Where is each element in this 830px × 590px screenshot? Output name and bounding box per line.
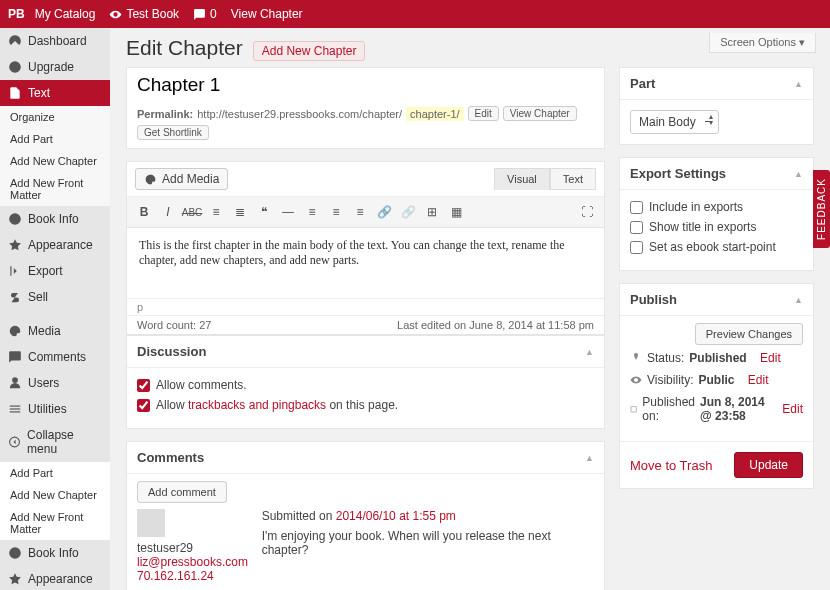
comments-title: Comments: [137, 450, 204, 465]
svg-rect-3: [10, 408, 21, 409]
show-title-checkbox[interactable]: Show title in exports: [630, 220, 803, 234]
add-media-button[interactable]: Add Media: [135, 168, 228, 190]
status-edit-link[interactable]: Edit: [760, 351, 781, 365]
sidebar-item-bookinfo2[interactable]: Book Info: [0, 540, 110, 566]
comment-email[interactable]: liz@pressbooks.com: [137, 555, 248, 569]
permalink-edit-button[interactable]: Edit: [468, 106, 499, 121]
sidebar-item-collapse[interactable]: Collapse menu: [0, 422, 110, 462]
sidebar-item-text[interactable]: Text: [0, 80, 110, 106]
permalink-slug[interactable]: chapter-1/: [406, 107, 464, 121]
comments-link[interactable]: 0: [193, 7, 217, 21]
editor: Add Media Visual Text B I ABC ≡ ≣ ❝ — ≡ …: [126, 161, 605, 335]
comment-row: testuser29 liz@pressbooks.com 70.162.161…: [137, 509, 594, 583]
sidebar-sub-organize[interactable]: Organize: [0, 106, 110, 128]
feedback-tab[interactable]: FEEDBACK: [813, 170, 830, 248]
editor-body[interactable]: This is the first chapter in the main bo…: [127, 228, 604, 298]
sidebar-item-sell[interactable]: Sell: [0, 284, 110, 310]
preview-changes-button[interactable]: Preview Changes: [695, 323, 803, 345]
comment-user: testuser29: [137, 541, 250, 555]
topbar: PB My Catalog Test Book 0 View Chapter: [0, 0, 830, 28]
screen-options-button[interactable]: Screen Options ▾: [709, 33, 816, 53]
fullscreen-icon[interactable]: ⛶: [576, 201, 598, 223]
sidebar-sub-addfront2[interactable]: Add New Front Matter: [0, 506, 110, 540]
sidebar-sub-addchapter[interactable]: Add New Chapter: [0, 150, 110, 172]
view-chapter-button[interactable]: View Chapter: [503, 106, 577, 121]
collapse-icon[interactable]: ▲: [794, 169, 803, 179]
bullet-list-icon[interactable]: ≡: [205, 201, 227, 223]
align-left-icon[interactable]: ≡: [301, 201, 323, 223]
collapse-icon[interactable]: ▲: [585, 453, 594, 463]
link-icon[interactable]: 🔗: [373, 201, 395, 223]
sidebar-item-utilities[interactable]: Utilities: [0, 396, 110, 422]
page-title: Edit Chapter: [126, 36, 243, 60]
discussion-title: Discussion: [137, 344, 206, 359]
sidebar-sub-addchapter2[interactable]: Add New Chapter: [0, 484, 110, 506]
my-catalog-link[interactable]: My Catalog: [35, 7, 96, 21]
svg-rect-7: [631, 407, 636, 412]
tab-text[interactable]: Text: [550, 168, 596, 190]
comment-body: I'm enjoying your book. When will you re…: [262, 529, 594, 557]
allow-trackbacks-checkbox[interactable]: Allow trackbacks and pingbacks on this p…: [137, 398, 594, 412]
sidebar: Dashboard Upgrade Text Organize Add Part…: [0, 28, 110, 590]
blockquote-icon[interactable]: ❝: [253, 201, 275, 223]
publish-edit-link[interactable]: Edit: [782, 402, 803, 416]
collapse-icon[interactable]: ▲: [585, 347, 594, 357]
add-new-chapter-button[interactable]: Add New Chapter: [253, 41, 366, 61]
visibility-row: Visibility: Public Edit: [630, 373, 803, 387]
sidebar-item-export[interactable]: Export: [0, 258, 110, 284]
italic-icon[interactable]: I: [157, 201, 179, 223]
sidebar-item-comments[interactable]: Comments: [0, 344, 110, 370]
align-center-icon[interactable]: ≡: [325, 201, 347, 223]
publish-title: Publish: [630, 292, 677, 307]
add-comment-button[interactable]: Add comment: [137, 481, 227, 503]
sidebar-item-appearance[interactable]: Appearance: [0, 232, 110, 258]
get-shortlink-button[interactable]: Get Shortlink: [137, 125, 209, 140]
move-to-trash-link[interactable]: Move to Trash: [630, 458, 712, 473]
more-icon[interactable]: ⊞: [421, 201, 443, 223]
sidebar-item-media[interactable]: Media: [0, 318, 110, 344]
update-button[interactable]: Update: [734, 452, 803, 478]
allow-comments-checkbox[interactable]: Allow comments.: [137, 378, 594, 392]
sidebar-item-bookinfo[interactable]: Book Info: [0, 206, 110, 232]
sidebar-sub-addpart[interactable]: Add Part: [0, 128, 110, 150]
svg-point-6: [9, 547, 21, 559]
unlink-icon[interactable]: 🔗: [397, 201, 419, 223]
word-count: Word count: 27: [137, 319, 211, 331]
sidebar-sub-addpart2[interactable]: Add Part: [0, 462, 110, 484]
view-chapter-link[interactable]: View Chapter: [231, 7, 303, 21]
published-row: Published on: Jun 8, 2014 @ 23:58 Edit: [630, 395, 803, 423]
strike-icon[interactable]: ABC: [181, 201, 203, 223]
editor-path: p: [127, 298, 604, 315]
test-book-link[interactable]: Test Book: [109, 7, 179, 21]
comment-ip[interactable]: 70.162.161.24: [137, 569, 214, 583]
eye-icon: [630, 374, 642, 386]
svg-rect-4: [10, 411, 21, 412]
hr-icon[interactable]: —: [277, 201, 299, 223]
sidebar-item-appearance2[interactable]: Appearance: [0, 566, 110, 590]
svg-rect-2: [10, 406, 21, 407]
sidebar-item-dashboard[interactable]: Dashboard: [0, 28, 110, 54]
svg-point-1: [9, 213, 21, 225]
collapse-icon[interactable]: ▲: [794, 295, 803, 305]
sidebar-sub-addfront[interactable]: Add New Front Matter: [0, 172, 110, 206]
post-title-input[interactable]: [127, 68, 604, 102]
collapse-icon[interactable]: ▲: [794, 79, 803, 89]
toolbar-toggle-icon[interactable]: ▦: [445, 201, 467, 223]
part-select[interactable]: Main Body▴▾: [630, 110, 719, 134]
avatar: [137, 509, 165, 537]
number-list-icon[interactable]: ≣: [229, 201, 251, 223]
visibility-edit-link[interactable]: Edit: [748, 373, 769, 387]
status-row: Status: Published Edit: [630, 351, 803, 365]
comment-date[interactable]: 2014/06/10 at 1:55 pm: [336, 509, 456, 523]
main-content: Edit Chapter Add New Chapter Permalink: …: [110, 28, 830, 590]
tab-visual[interactable]: Visual: [494, 168, 550, 190]
ebook-start-checkbox[interactable]: Set as ebook start-point: [630, 240, 803, 254]
editor-toolbar: B I ABC ≡ ≣ ❝ — ≡ ≡ ≡ 🔗 🔗 ⊞ ▦ ⛶: [127, 197, 604, 228]
brand-logo[interactable]: PB: [8, 7, 25, 21]
include-exports-checkbox[interactable]: Include in exports: [630, 200, 803, 214]
export-title: Export Settings: [630, 166, 726, 181]
bold-icon[interactable]: B: [133, 201, 155, 223]
sidebar-item-users[interactable]: Users: [0, 370, 110, 396]
align-right-icon[interactable]: ≡: [349, 201, 371, 223]
sidebar-item-upgrade[interactable]: Upgrade: [0, 54, 110, 80]
